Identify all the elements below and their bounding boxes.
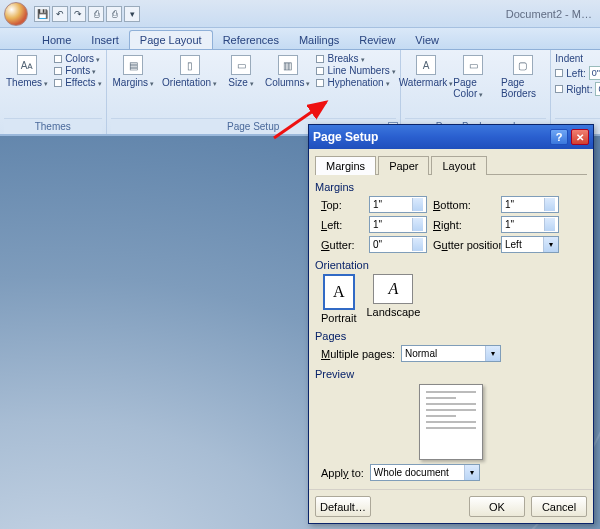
- tab-page-layout[interactable]: Page Layout: [129, 30, 213, 49]
- themes-icon: Aᴀ: [17, 55, 37, 75]
- default-button[interactable]: Default…: [315, 496, 371, 517]
- gutter-label: Gutter:: [321, 239, 363, 251]
- left-label: Left:: [321, 219, 363, 231]
- page-color-button[interactable]: ▭Page Color: [451, 53, 495, 118]
- landscape-icon: A: [373, 274, 413, 304]
- orientation-portrait[interactable]: A Portrait: [321, 274, 356, 324]
- preview-thumbnail: [419, 384, 483, 460]
- indent-left-icon: [555, 69, 563, 77]
- tab-insert[interactable]: Insert: [81, 31, 129, 49]
- effects-button[interactable]: Effects: [54, 77, 101, 88]
- breaks-icon: [316, 55, 324, 63]
- margins-button[interactable]: ▤Margins: [111, 53, 157, 118]
- tab-view[interactable]: View: [405, 31, 449, 49]
- gutter-pos-combo[interactable]: Left: [501, 236, 559, 253]
- page-borders-button[interactable]: ▢Page Borders: [499, 53, 546, 118]
- effects-icon: [54, 79, 62, 87]
- group-page-background: AWatermark ▭Page Color ▢Page Borders Pag…: [401, 50, 552, 134]
- redo-icon[interactable]: ↷: [70, 6, 86, 22]
- left-input[interactable]: 1": [369, 216, 427, 233]
- size-icon: ▭: [231, 55, 251, 75]
- columns-icon: ▥: [278, 55, 298, 75]
- dlg-tab-paper[interactable]: Paper: [378, 156, 429, 175]
- margins-section-label: Margins: [315, 181, 587, 193]
- orientation-landscape[interactable]: A Landscape: [366, 274, 420, 324]
- document-title: Document2 - M…: [506, 8, 596, 20]
- save-icon[interactable]: 💾: [34, 6, 50, 22]
- indent-left-input[interactable]: 0": [589, 66, 600, 80]
- dlg-tab-margins[interactable]: Margins: [315, 156, 376, 175]
- page-color-icon: ▭: [463, 55, 483, 75]
- tab-home[interactable]: Home: [32, 31, 81, 49]
- title-bar: 💾 ↶ ↷ ⎙ ⎙ ▾ Document2 - M…: [0, 0, 600, 28]
- group-label-themes: Themes: [4, 118, 102, 134]
- line-numbers-icon: [316, 67, 324, 75]
- hyphenation-icon: [316, 79, 324, 87]
- hyphenation-button[interactable]: Hyphenation: [316, 77, 395, 88]
- preview-section-label: Preview: [315, 368, 587, 380]
- ok-button[interactable]: OK: [469, 496, 525, 517]
- indent-right-input[interactable]: 0": [595, 82, 600, 96]
- breaks-button[interactable]: Breaks: [316, 53, 395, 64]
- portrait-icon: A: [323, 274, 355, 310]
- dialog-title: Page Setup: [313, 130, 378, 144]
- fonts-icon: [54, 67, 62, 75]
- dialog-titlebar[interactable]: Page Setup ? ✕: [309, 125, 593, 149]
- orientation-button[interactable]: ▯Orientation: [160, 53, 219, 118]
- page-borders-icon: ▢: [513, 55, 533, 75]
- line-numbers-button[interactable]: Line Numbers: [316, 65, 395, 76]
- apply-to-label: Apply to:: [321, 467, 364, 479]
- colors-button[interactable]: Colors: [54, 53, 101, 64]
- dlg-tab-layout[interactable]: Layout: [431, 156, 486, 175]
- fonts-button[interactable]: Fonts: [54, 65, 101, 76]
- undo-icon[interactable]: ↶: [52, 6, 68, 22]
- group-paragraph: Indent Left:0" Right:0" Spacing Before:0…: [551, 50, 600, 134]
- quickprint-icon[interactable]: ⎙: [106, 6, 122, 22]
- indent-heading: Indent: [555, 53, 600, 64]
- pages-section-label: Pages: [315, 330, 587, 342]
- tab-references[interactable]: References: [213, 31, 289, 49]
- multiple-pages-label: Multiple pages:: [321, 348, 395, 360]
- themes-button[interactable]: Aᴀ Themes: [4, 53, 50, 118]
- columns-button[interactable]: ▥Columns: [263, 53, 312, 118]
- bottom-label: Bottom:: [433, 199, 495, 211]
- bottom-input[interactable]: 1": [501, 196, 559, 213]
- size-button[interactable]: ▭Size: [223, 53, 259, 118]
- orientation-icon: ▯: [180, 55, 200, 75]
- indent-right-icon: [555, 85, 563, 93]
- group-themes: Aᴀ Themes Colors Fonts Effects Themes: [0, 50, 107, 134]
- ribbon-tabs: Home Insert Page Layout References Maili…: [0, 28, 600, 50]
- top-input[interactable]: 1": [369, 196, 427, 213]
- apply-to-combo[interactable]: Whole document: [370, 464, 480, 481]
- tab-mailings[interactable]: Mailings: [289, 31, 349, 49]
- tab-review[interactable]: Review: [349, 31, 405, 49]
- quick-access-toolbar: 💾 ↶ ↷ ⎙ ⎙ ▾: [34, 6, 140, 22]
- close-button[interactable]: ✕: [571, 129, 589, 145]
- office-button[interactable]: [4, 2, 28, 26]
- dialog-footer: Default… OK Cancel: [309, 489, 593, 523]
- qat-more-icon[interactable]: ▾: [124, 6, 140, 22]
- page-setup-dialog: Page Setup ? ✕ Margins Paper Layout Marg…: [308, 124, 594, 524]
- right-input[interactable]: 1": [501, 216, 559, 233]
- cancel-button[interactable]: Cancel: [531, 496, 587, 517]
- orientation-section-label: Orientation: [315, 259, 587, 271]
- help-button[interactable]: ?: [550, 129, 568, 145]
- dialog-tabs: Margins Paper Layout: [315, 155, 587, 175]
- watermark-button[interactable]: AWatermark: [405, 53, 448, 118]
- print-icon[interactable]: ⎙: [88, 6, 104, 22]
- group-page-setup: ▤Margins ▯Orientation ▭Size ▥Columns Bre…: [107, 50, 401, 134]
- right-label: Right:: [433, 219, 495, 231]
- gutter-pos-label: Gutter position:: [433, 239, 495, 251]
- colors-icon: [54, 55, 62, 63]
- margins-icon: ▤: [123, 55, 143, 75]
- gutter-input[interactable]: 0": [369, 236, 427, 253]
- themes-label: Themes: [6, 77, 48, 88]
- top-label: Top:: [321, 199, 363, 211]
- watermark-icon: A: [416, 55, 436, 75]
- multiple-pages-combo[interactable]: Normal: [401, 345, 501, 362]
